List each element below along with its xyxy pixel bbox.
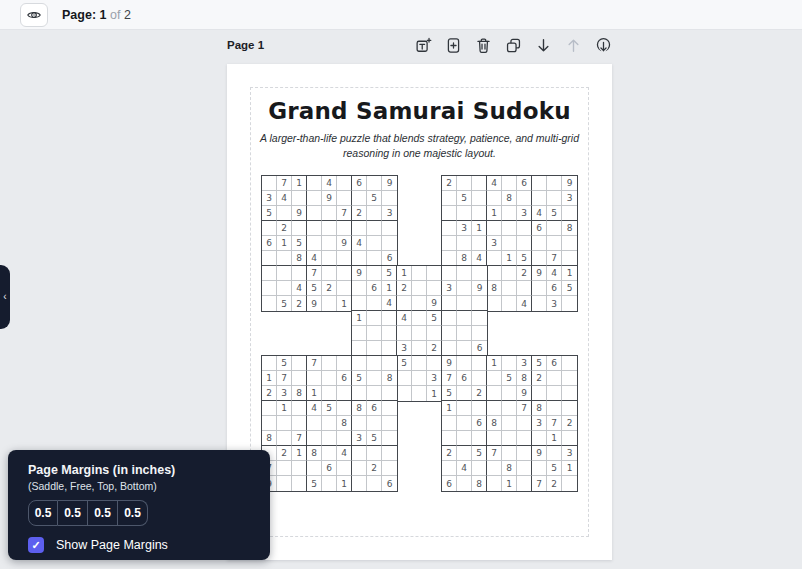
- sudoku-cell: [487, 296, 502, 311]
- sudoku-cell: 6: [457, 371, 472, 386]
- sudoku-cell: 1: [337, 296, 352, 311]
- sudoku-cell: [442, 311, 457, 326]
- sudoku-cell: [352, 341, 367, 356]
- sudoku-cell: 1: [442, 401, 457, 416]
- sudoku-cell: [367, 356, 382, 371]
- margin-free-input[interactable]: [58, 500, 88, 526]
- sudoku-cell: [262, 281, 277, 296]
- sudoku-cell: 8: [262, 431, 277, 446]
- sudoku-cell: [307, 371, 322, 386]
- sudoku-cell: [502, 431, 517, 446]
- sudoku-cell: 5: [427, 311, 442, 326]
- duplicate-page-icon[interactable]: [505, 37, 522, 54]
- sudoku-cell: [517, 476, 532, 491]
- sudoku-cell: [277, 476, 292, 491]
- sudoku-cell: [547, 371, 562, 386]
- sudoku-cell: 2: [517, 266, 532, 281]
- sudoku-cell: [487, 191, 502, 206]
- sudoku-cell: [472, 326, 487, 341]
- sudoku-cell: [502, 446, 517, 461]
- sudoku-cell: [487, 401, 502, 416]
- sudoku-cell: 2: [442, 176, 457, 191]
- sudoku-cell: [457, 326, 472, 341]
- margin-saddle-input[interactable]: [28, 500, 58, 526]
- sudoku-cell: [532, 251, 547, 266]
- sudoku-cell: [427, 266, 442, 281]
- sudoku-cell: [562, 236, 577, 251]
- sudoku-cell: 3: [382, 206, 397, 221]
- delete-page-icon[interactable]: [475, 37, 492, 54]
- sudoku-cell: 5: [307, 476, 322, 491]
- sudoku-cell: 1: [502, 476, 517, 491]
- sudoku-cell: [502, 206, 517, 221]
- sudoku-cell: 3: [277, 386, 292, 401]
- margin-bottom-input[interactable]: [118, 500, 148, 526]
- sudoku-cell: 4: [397, 311, 412, 326]
- sudoku-cell: [412, 281, 427, 296]
- sudoku-cell: [307, 236, 322, 251]
- sudoku-cell: 2: [472, 386, 487, 401]
- sudoku-cell: [337, 221, 352, 236]
- sudoku-cell: [277, 416, 292, 431]
- sudoku-cell: [457, 296, 472, 311]
- sudoku-cell: [367, 236, 382, 251]
- sudoku-cell: 5: [457, 191, 472, 206]
- sudoku-cell: [562, 206, 577, 221]
- sudoku-cell: [517, 431, 532, 446]
- sudoku-cell: [442, 251, 457, 266]
- sudoku-cell: 2: [427, 341, 442, 356]
- sudoku-cell: 6: [367, 401, 382, 416]
- sudoku-cell: [322, 296, 337, 311]
- sudoku-cell: [382, 221, 397, 236]
- sudoku-cell: [322, 446, 337, 461]
- sudoku-cell: 7: [547, 416, 562, 431]
- sudoku-cell: [322, 386, 337, 401]
- sudoku-cell: [382, 326, 397, 341]
- sudoku-cell: 9: [322, 191, 337, 206]
- sudoku-cell: 9: [292, 206, 307, 221]
- sudoku-cell: 5: [397, 356, 412, 371]
- sudoku-cell: [307, 431, 322, 446]
- sudoku-cell: 1: [352, 311, 367, 326]
- sudoku-cell: [442, 461, 457, 476]
- sudoku-cell: 2: [277, 221, 292, 236]
- sudoku-cell: 8: [307, 446, 322, 461]
- sudoku-cell: [262, 401, 277, 416]
- show-page-margins-checkbox[interactable]: ✓: [28, 537, 44, 553]
- sudoku-cell: [487, 461, 502, 476]
- sudoku-cell: [427, 326, 442, 341]
- sudoku-cell: [322, 266, 337, 281]
- sudoku-cell: [502, 401, 517, 416]
- sudoku-cell: 5: [547, 461, 562, 476]
- sudoku-cell: [262, 296, 277, 311]
- sudoku-cell: 1: [562, 266, 577, 281]
- sudoku-cell: [307, 221, 322, 236]
- add-page-icon[interactable]: [445, 37, 462, 54]
- sudoku-cell: 8: [292, 386, 307, 401]
- move-page-down-icon[interactable]: [535, 37, 552, 54]
- sudoku-cell: [532, 386, 547, 401]
- sidebar-collapse-tab[interactable]: ‹: [0, 265, 10, 329]
- sudoku-cell: 7: [307, 266, 322, 281]
- add-text-frame-icon[interactable]: [415, 37, 432, 54]
- page-indicator: Page: 1 of 2: [62, 0, 131, 30]
- sudoku-cell: 3: [262, 191, 277, 206]
- sudoku-cell: [397, 371, 412, 386]
- sudoku-cell: [457, 266, 472, 281]
- download-page-icon[interactable]: [595, 37, 612, 54]
- sudoku-cell: [472, 311, 487, 326]
- margins-panel-subtitle: (Saddle, Free, Top, Bottom): [28, 480, 270, 492]
- sudoku-cell: [472, 401, 487, 416]
- sudoku-cell: [292, 476, 307, 491]
- sudoku-cell: [502, 281, 517, 296]
- sudoku-cell: [352, 296, 367, 311]
- sudoku-cell: [532, 431, 547, 446]
- preview-button[interactable]: [20, 3, 48, 27]
- sudoku-cell: 6: [382, 251, 397, 266]
- sudoku-cell: 2: [397, 281, 412, 296]
- sudoku-cell: [262, 251, 277, 266]
- sudoku-cell: [517, 446, 532, 461]
- sudoku-cell: 3: [487, 236, 502, 251]
- sudoku-cell: 5: [517, 251, 532, 266]
- margin-top-input[interactable]: [88, 500, 118, 526]
